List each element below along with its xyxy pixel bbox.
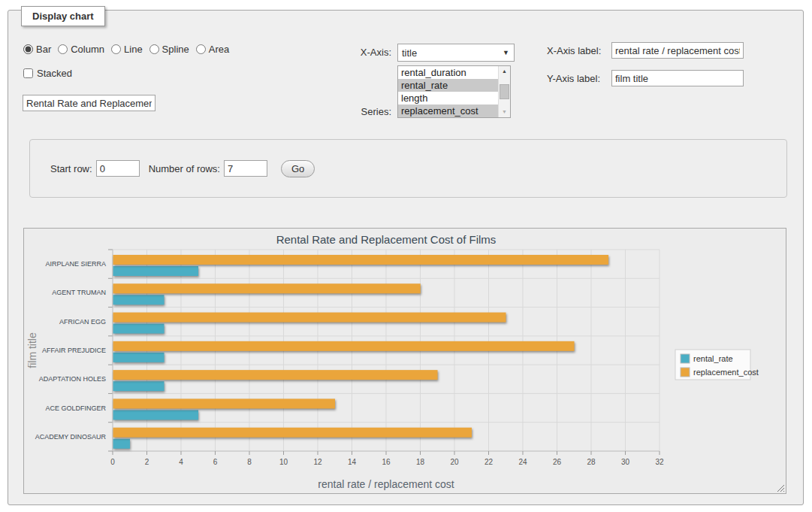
bar-replacement_cost xyxy=(113,398,336,408)
x-tick-label: 18 xyxy=(416,458,425,466)
radio-column-label: Column xyxy=(71,44,104,55)
series-option-rental-duration[interactable]: rental_duration xyxy=(398,66,498,79)
bar-rental_rate xyxy=(113,353,165,362)
radio-column-input[interactable] xyxy=(58,44,68,54)
category-label: ACE GOLDFINGER xyxy=(45,404,106,412)
y-axis-label-row: Y-Axis label: xyxy=(547,70,744,86)
x-axis-selected-value: title xyxy=(402,47,417,59)
bar-rental_rate xyxy=(113,266,199,276)
stacked-checkbox-row[interactable]: Stacked xyxy=(23,68,72,79)
radio-spline-input[interactable] xyxy=(149,44,159,54)
radio-bar-label: Bar xyxy=(36,44,51,55)
series-option-rental-rate[interactable]: rental_rate xyxy=(398,79,498,92)
radio-area[interactable]: Area xyxy=(196,44,229,55)
stacked-checkbox[interactable] xyxy=(23,68,33,78)
x-tick-label: 0 xyxy=(110,458,115,466)
scroll-up-icon[interactable]: ▲ xyxy=(499,66,510,77)
x-tick-label: 26 xyxy=(553,458,562,466)
radio-area-input[interactable] xyxy=(196,44,206,54)
category-label: ADAPTATION HOLES xyxy=(39,375,106,383)
bar-chart: 02468101214161820222426283032AIRPLANE SI… xyxy=(24,229,786,493)
series-scrollbar[interactable]: ▲ ▼ xyxy=(498,66,510,117)
x-tick-label: 10 xyxy=(279,458,288,466)
x-tick-label: 2 xyxy=(145,458,149,466)
legend-swatch-rental_rate[interactable] xyxy=(681,354,690,363)
category-label: AGENT TRUMAN xyxy=(52,289,106,296)
x-tick-label: 28 xyxy=(587,458,596,466)
bar-replacement_cost xyxy=(113,370,438,380)
category-label: ACADEMY DINOSAUR xyxy=(35,433,107,441)
x-axis-select[interactable]: title ▼ xyxy=(397,44,515,62)
radio-bar[interactable]: Bar xyxy=(23,44,51,55)
chart-type-radio-group: Bar Column Line Spline Area xyxy=(23,44,236,55)
rows-form-panel: Start row: Number of rows: Go xyxy=(29,139,787,198)
scrollbar-track[interactable] xyxy=(499,77,510,107)
legend-label-rental_rate[interactable]: rental_rate xyxy=(693,354,733,363)
fieldset-legend: Display chart xyxy=(21,6,105,26)
x-tick-label: 22 xyxy=(484,458,494,466)
legend-swatch-replacement_cost[interactable] xyxy=(681,368,690,377)
x-axis-label-row: X-Axis label: xyxy=(547,42,744,59)
radio-line-label: Line xyxy=(124,44,143,55)
x-tick-label: 6 xyxy=(213,458,218,466)
x-tick-label: 8 xyxy=(247,458,252,466)
bar-replacement_cost xyxy=(113,341,575,351)
x-tick-label: 14 xyxy=(348,458,357,466)
bar-replacement_cost xyxy=(113,428,472,438)
x-tick-label: 24 xyxy=(518,458,527,466)
x-tick-label: 12 xyxy=(313,458,322,466)
num-rows-input[interactable] xyxy=(224,160,267,177)
num-rows-label: Number of rows: xyxy=(149,163,220,174)
scroll-down-icon[interactable]: ▼ xyxy=(499,107,510,117)
series-listbox-label: Series: xyxy=(348,106,391,117)
chart-title-input[interactable] xyxy=(23,95,155,111)
bar-rental_rate xyxy=(113,295,165,304)
x-axis-label-caption: X-Axis label: xyxy=(547,45,607,56)
chevron-down-icon: ▼ xyxy=(503,49,509,56)
radio-spline-label: Spline xyxy=(162,44,189,55)
x-tick-label: 32 xyxy=(655,458,664,466)
x-tick-label: 4 xyxy=(179,458,183,466)
x-tick-label: 16 xyxy=(382,458,391,466)
y-axis-label-input[interactable] xyxy=(611,70,744,86)
radio-area-label: Area xyxy=(209,44,229,55)
bar-replacement_cost xyxy=(113,283,421,293)
bar-rental_rate xyxy=(113,381,165,391)
series-option-replacement-cost[interactable]: replacement_cost xyxy=(398,105,498,117)
x-tick-label: 30 xyxy=(621,458,630,466)
y-axis-label-caption: Y-Axis label: xyxy=(547,73,607,84)
radio-bar-input[interactable] xyxy=(23,44,33,54)
category-label: AFRICAN EGG xyxy=(59,318,106,326)
display-chart-fieldset: Display chart Bar Column Line Spline Are… xyxy=(8,10,804,505)
series-option-length[interactable]: length xyxy=(398,92,498,105)
radio-line-input[interactable] xyxy=(111,44,121,54)
category-label: AIRPLANE SIERRA xyxy=(45,260,106,268)
stacked-label: Stacked xyxy=(37,68,72,79)
bar-rental_rate xyxy=(113,324,165,334)
scrollbar-thumb[interactable] xyxy=(500,84,509,99)
bar-rental_rate xyxy=(113,439,131,449)
series-options: rental_duration rental_rate length repla… xyxy=(398,66,498,117)
bar-replacement_cost xyxy=(113,255,609,265)
start-row-label: Start row: xyxy=(50,163,92,174)
radio-line[interactable]: Line xyxy=(111,44,143,55)
radio-column[interactable]: Column xyxy=(58,44,104,55)
x-axis-label-input[interactable] xyxy=(611,42,744,59)
x-axis-title: rental rate / replacement cost xyxy=(318,478,454,490)
series-listbox[interactable]: rental_duration rental_rate length repla… xyxy=(397,65,511,118)
chart-container: 02468101214161820222426283032AIRPLANE SI… xyxy=(23,228,786,494)
y-axis-title: film title xyxy=(26,332,38,368)
radio-spline[interactable]: Spline xyxy=(149,44,189,55)
chart-title: Rental Rate and Replacement Cost of Film… xyxy=(276,233,497,246)
start-row-input[interactable] xyxy=(96,160,140,177)
bar-replacement_cost xyxy=(113,313,506,323)
bar-rental_rate xyxy=(113,410,199,420)
category-label: AFFAIR PREJUDICE xyxy=(42,347,106,354)
legend-label-replacement_cost[interactable]: replacement_cost xyxy=(693,368,759,377)
go-button[interactable]: Go xyxy=(281,160,315,177)
x-axis-select-label: X-Axis: xyxy=(348,47,391,58)
x-tick-label: 20 xyxy=(450,458,459,466)
